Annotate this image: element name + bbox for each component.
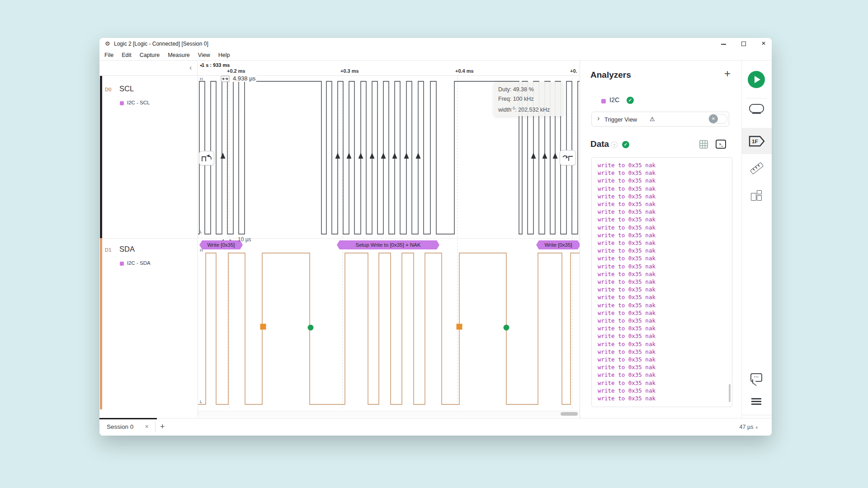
terminal-view-icon[interactable]: >_ xyxy=(716,140,726,149)
data-row[interactable]: write to 0x35 nak xyxy=(598,270,656,278)
data-row[interactable]: write to 0x35 nak xyxy=(598,161,656,169)
data-row[interactable]: write to 0x35 nak xyxy=(598,379,656,387)
menu-file[interactable]: File xyxy=(100,52,118,58)
measurement-tooltip: Duty: 49.38 % Freq: 100 kHz width-1: 202… xyxy=(494,82,563,116)
channel-d1-name[interactable]: SDA xyxy=(119,245,135,253)
data-row[interactable]: write to 0x35 nak xyxy=(598,231,656,239)
minimize-button[interactable] xyxy=(721,44,726,45)
waveform-viewport[interactable]: HLHL Write [0x35]Setup Write to [0x35] +… xyxy=(198,63,580,417)
i2c-analyzer-label[interactable]: I2C xyxy=(609,96,620,103)
title-bar[interactable]: ⚙ Logic 2 [Logic - Connected] [Session 0… xyxy=(99,38,772,50)
scrollbar-thumb[interactable] xyxy=(561,412,578,416)
data-row[interactable]: write to 0x35 nak xyxy=(598,340,656,348)
main-menu-hamburger-icon[interactable] xyxy=(751,398,761,407)
trigger-view-label: Trigger View xyxy=(604,116,637,123)
channel-d1-color-strip xyxy=(100,238,102,409)
data-row[interactable]: write to 0x35 nak xyxy=(598,216,656,223)
i2c-analyzer-color-square xyxy=(601,99,606,103)
data-row[interactable]: write to 0x35 nak xyxy=(598,332,656,340)
measurement-period-label[interactable]: 10 µs xyxy=(238,236,251,243)
menu-edit[interactable]: Edit xyxy=(118,52,136,58)
extensions-blocks-icon[interactable] xyxy=(751,190,762,201)
svg-text:1F: 1F xyxy=(752,139,758,144)
menu-help[interactable]: Help xyxy=(214,52,234,58)
data-row[interactable]: write to 0x35 nak xyxy=(598,324,656,332)
data-row[interactable]: write to 0x35 nak xyxy=(598,309,656,317)
data-row[interactable]: write to 0x35 nak xyxy=(598,286,656,293)
visible-range-control[interactable]: 47 µs∧ xyxy=(740,424,758,430)
start-capture-button[interactable] xyxy=(748,71,765,88)
data-scrollbar-thumb[interactable] xyxy=(729,384,731,402)
capture-id-tag-icon[interactable]: 1F xyxy=(748,135,765,149)
data-row[interactable]: write to 0x35 nak xyxy=(598,169,656,177)
maximize-button[interactable] xyxy=(741,42,746,46)
session-tab-bar: Session 0 ✕ + 47 µs∧ xyxy=(99,418,772,436)
data-rows: write to 0x35 nakwrite to 0x35 nakwrite … xyxy=(598,161,656,402)
device-icon[interactable] xyxy=(749,104,764,113)
i2c-stop-icon xyxy=(561,151,575,164)
data-row[interactable]: write to 0x35 nak xyxy=(598,387,656,394)
feedback-chat-icon[interactable]: ··· xyxy=(750,373,762,382)
channel-d1-id: D1 xyxy=(105,247,112,253)
data-row[interactable]: write to 0x35 nak xyxy=(598,208,656,216)
i2c-start-condition-button[interactable] xyxy=(199,151,214,165)
data-row[interactable]: write to 0x35 nak xyxy=(598,363,656,371)
close-button[interactable]: ✕ xyxy=(761,40,766,47)
data-row[interactable]: write to 0x35 nak xyxy=(598,239,656,247)
i2c-annotation-bubble[interactable]: Setup Write to [0x35] + NAK xyxy=(337,240,439,249)
expand-chevron-icon[interactable]: › xyxy=(597,114,599,122)
data-row[interactable]: write to 0x35 nak xyxy=(598,356,656,363)
channel-d1-analyzer-label[interactable]: I2C - SDA xyxy=(127,260,151,266)
session-tab[interactable]: Session 0 xyxy=(107,423,133,430)
logic2-window: ⚙ Logic 2 [Logic - Connected] [Session 0… xyxy=(99,38,772,436)
sidebar-divider xyxy=(742,415,772,415)
data-row[interactable]: write to 0x35 nak xyxy=(598,254,656,262)
data-row[interactable]: write to 0x35 nak xyxy=(598,247,656,254)
channel-d0-analyzer-label[interactable]: I2C - SCL xyxy=(127,100,150,105)
close-session-icon[interactable]: ✕ xyxy=(145,424,149,430)
data-row[interactable]: write to 0x35 nak xyxy=(598,348,656,356)
horizontal-scrollbar[interactable] xyxy=(198,411,580,417)
caret-up-icon: ∧ xyxy=(755,425,758,430)
waveform-canvas[interactable]: HLHL xyxy=(198,63,580,417)
help-icon[interactable]: ? xyxy=(611,141,618,148)
trigger-view-toggle[interactable]: ✕ xyxy=(708,114,727,124)
menu-view[interactable]: View xyxy=(194,52,214,58)
i2c-annotation-bubble[interactable]: Write [0x35] xyxy=(536,240,580,249)
data-row[interactable]: write to 0x35 nak xyxy=(598,278,656,286)
warning-icon: ⚠ xyxy=(650,116,655,122)
toggle-off-knob[interactable]: ✕ xyxy=(709,114,718,123)
data-row[interactable]: write to 0x35 nak xyxy=(598,192,656,200)
data-ok-badge: ✓ xyxy=(622,141,629,148)
new-session-button[interactable]: + xyxy=(160,422,165,432)
svg-text:H: H xyxy=(200,77,203,81)
data-row[interactable]: write to 0x35 nak xyxy=(598,317,656,324)
tooltip-width: width-1: 202.532 kHz xyxy=(498,103,559,115)
tab-divider xyxy=(155,422,156,432)
i2c-stop-condition-button[interactable] xyxy=(560,150,576,165)
i2c-annotation-bubble[interactable]: Write [0x35] xyxy=(199,240,243,249)
table-view-icon[interactable] xyxy=(699,140,708,150)
play-icon xyxy=(755,76,760,83)
add-analyzer-button[interactable]: + xyxy=(724,67,731,80)
collapse-labels-chevron-icon[interactable]: ‹ xyxy=(189,64,192,72)
data-row[interactable]: write to 0x35 nak xyxy=(598,371,656,379)
data-row[interactable]: write to 0x35 nak xyxy=(598,177,656,184)
data-row[interactable]: write to 0x35 nak xyxy=(598,263,656,270)
analyzer-color-square xyxy=(120,262,124,266)
measurement-width-label[interactable]: 4.938 µs xyxy=(232,75,256,82)
data-row[interactable]: write to 0x35 nak xyxy=(598,185,656,192)
data-row[interactable]: write to 0x35 nak xyxy=(598,200,656,208)
trigger-view-row[interactable]: › Trigger View ⚠ ✕ xyxy=(591,112,729,127)
i2c-start-icon xyxy=(200,152,213,164)
data-row[interactable]: write to 0x35 nak xyxy=(598,394,656,402)
data-row[interactable]: write to 0x35 nak xyxy=(598,224,656,231)
active-tab-indicator xyxy=(99,418,157,419)
menu-capture[interactable]: Capture xyxy=(136,52,164,58)
data-output-box[interactable]: write to 0x35 nakwrite to 0x35 nakwrite … xyxy=(591,157,732,407)
menu-measure[interactable]: Measure xyxy=(164,52,194,58)
data-row[interactable]: write to 0x35 nak xyxy=(598,293,656,301)
channel-d0-id: D0 xyxy=(105,87,112,92)
data-row[interactable]: write to 0x35 nak xyxy=(598,301,656,309)
channel-d0-name[interactable]: SCL xyxy=(119,84,134,93)
